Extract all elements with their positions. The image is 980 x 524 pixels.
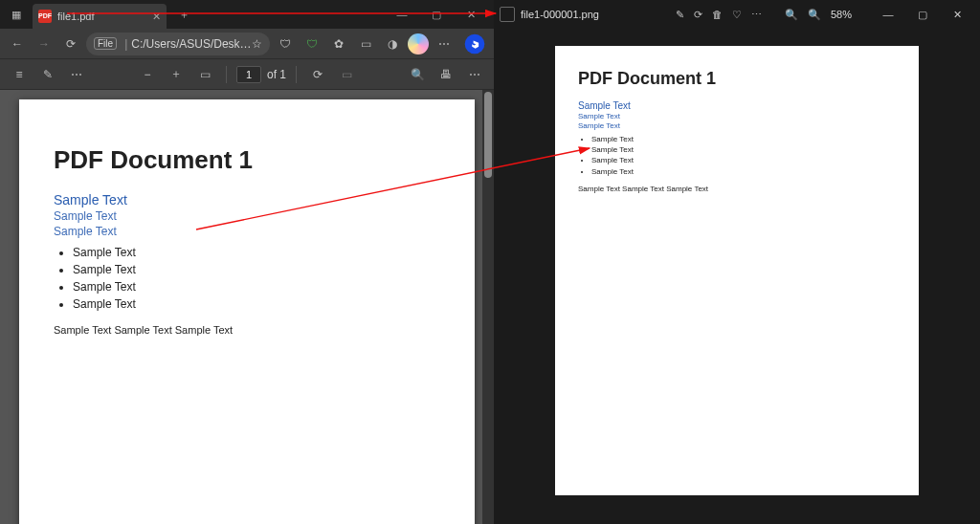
refresh-button[interactable]: ⟳ <box>59 33 82 55</box>
more-icon[interactable]: ⋯ <box>463 63 486 86</box>
svg-point-0 <box>465 33 485 54</box>
more-left-icon[interactable]: ⋯ <box>65 63 88 86</box>
pdf-toolbar: ≡ ✎ ⋯ − ＋ ▭ of 1 ⟳ ▭ 🔍 🖶 ⋯ <box>0 59 494 90</box>
doc-link-3[interactable]: Sample Text <box>54 225 440 238</box>
close-button[interactable]: ✕ <box>940 9 974 21</box>
delete-icon[interactable]: 🗑 <box>712 9 723 20</box>
list-item: Sample Text <box>73 295 440 313</box>
list-item: Sample Text <box>591 134 896 144</box>
rotate-icon[interactable]: ⟳ <box>694 9 702 21</box>
doc-link-2[interactable]: Sample Text <box>54 209 440 223</box>
pdf-icon: PDF <box>38 10 52 23</box>
photos-filename: file1-000001.png <box>521 9 599 20</box>
tracking-shield-icon[interactable]: 🛡 <box>274 33 297 55</box>
page-of-label: of 1 <box>267 68 286 81</box>
tab-close-icon[interactable]: ✕ <box>152 11 161 23</box>
scrollbar[interactable] <box>482 90 494 524</box>
list-item: Sample Text <box>73 278 440 295</box>
preview-heading: PDF Document 1 <box>578 69 896 89</box>
photos-canvas[interactable]: PDF Document 1 Sample Text Sample Text S… <box>494 29 980 524</box>
page-number-input[interactable] <box>236 66 261 83</box>
url-path: C:/Users/ASUS/Desktop... <box>131 37 252 51</box>
profile-avatar[interactable] <box>408 33 429 55</box>
sync-icon[interactable]: ◑ <box>381 33 404 55</box>
print-icon[interactable]: 🖶 <box>434 63 457 86</box>
browser-window: ▦ PDF file1.pdf ✕ ＋ — ▢ ✕ ← → ⟳ File | C… <box>0 0 494 524</box>
url-field[interactable]: File | C:/Users/ASUS/Desktop... ☆ <box>86 33 270 55</box>
tabstrip: ▦ PDF file1.pdf ✕ ＋ — ▢ ✕ <box>0 0 494 29</box>
min-button[interactable]: — <box>871 9 905 20</box>
zoom-in-button[interactable]: ＋ <box>165 63 188 86</box>
zoom-out-icon[interactable]: 🔍 <box>785 9 798 21</box>
forward-button[interactable]: → <box>33 33 56 55</box>
favorite-icon[interactable]: ♡ <box>732 9 742 21</box>
pdf-viewport[interactable]: PDF Document 1 Sample Text Sample Text S… <box>0 90 494 524</box>
url-sep: | <box>124 37 127 51</box>
tab-overview-icon[interactable]: ▦ <box>6 4 27 25</box>
fit-page-icon[interactable]: ▭ <box>193 63 216 86</box>
preview-paragraph: Sample Text Sample Text Sample Text <box>578 185 896 193</box>
image-preview: PDF Document 1 Sample Text Sample Text S… <box>555 46 919 495</box>
edit-icon[interactable]: ✎ <box>676 9 684 21</box>
adblock-icon[interactable]: 🛡 <box>301 33 323 55</box>
preview-link-3: Sample Text <box>578 121 896 130</box>
collections-icon[interactable]: ▭ <box>354 33 377 55</box>
max-button[interactable]: ▢ <box>905 9 940 21</box>
address-bar: ← → ⟳ File | C:/Users/ASUS/Desktop... ☆ … <box>0 29 494 59</box>
draw-icon[interactable]: ✎ <box>36 63 59 86</box>
present-icon[interactable]: ▭ <box>335 63 358 86</box>
rotate-icon[interactable]: ⟳ <box>306 63 329 86</box>
more-menu-icon[interactable]: ⋯ <box>433 33 456 55</box>
doc-heading: PDF Document 1 <box>54 145 440 175</box>
zoom-in-icon[interactable]: 🔍 <box>808 9 821 21</box>
tab-file1[interactable]: PDF file1.pdf ✕ <box>33 4 167 29</box>
search-icon[interactable]: 🔍 <box>406 63 429 86</box>
file-chip: File <box>94 37 117 50</box>
photos-titlebar: file1-000001.png ✎ ⟳ 🗑 ♡ ⋯ 🔍 🔍 58% — ▢ ✕ <box>494 0 980 29</box>
extension-icon[interactable]: ✿ <box>327 33 350 55</box>
doc-link-1[interactable]: Sample Text <box>54 192 440 207</box>
list-item: Sample Text <box>591 155 896 165</box>
more-icon[interactable]: ⋯ <box>751 9 762 21</box>
back-button[interactable]: ← <box>6 33 29 55</box>
new-tab-button[interactable]: ＋ <box>172 3 195 26</box>
list-item: Sample Text <box>73 261 440 278</box>
pdf-page: PDF Document 1 Sample Text Sample Text S… <box>19 99 475 524</box>
preview-list: Sample Text Sample Text Sample Text Samp… <box>591 134 896 177</box>
tab-title: file1.pdf <box>57 11 95 22</box>
preview-link-1: Sample Text <box>578 100 896 111</box>
doc-list: Sample Text Sample Text Sample Text Samp… <box>73 244 440 313</box>
min-button[interactable]: — <box>385 9 419 20</box>
doc-paragraph: Sample Text Sample Text Sample Text <box>54 324 440 336</box>
list-item: Sample Text <box>591 144 896 155</box>
zoom-out-button[interactable]: − <box>136 63 159 86</box>
toc-icon[interactable]: ≡ <box>8 63 31 86</box>
list-item: Sample Text <box>591 166 896 177</box>
list-item: Sample Text <box>73 244 440 261</box>
bing-button[interactable] <box>461 31 488 57</box>
photos-window: file1-000001.png ✎ ⟳ 🗑 ♡ ⋯ 🔍 🔍 58% — ▢ ✕… <box>494 0 980 524</box>
max-button[interactable]: ▢ <box>419 9 454 21</box>
favorite-icon[interactable]: ☆ <box>252 37 262 51</box>
zoom-level: 58% <box>831 9 852 20</box>
photos-app-icon <box>500 7 515 22</box>
preview-link-2: Sample Text <box>578 112 896 120</box>
close-button[interactable]: ✕ <box>454 9 488 21</box>
scroll-thumb[interactable] <box>484 92 492 178</box>
